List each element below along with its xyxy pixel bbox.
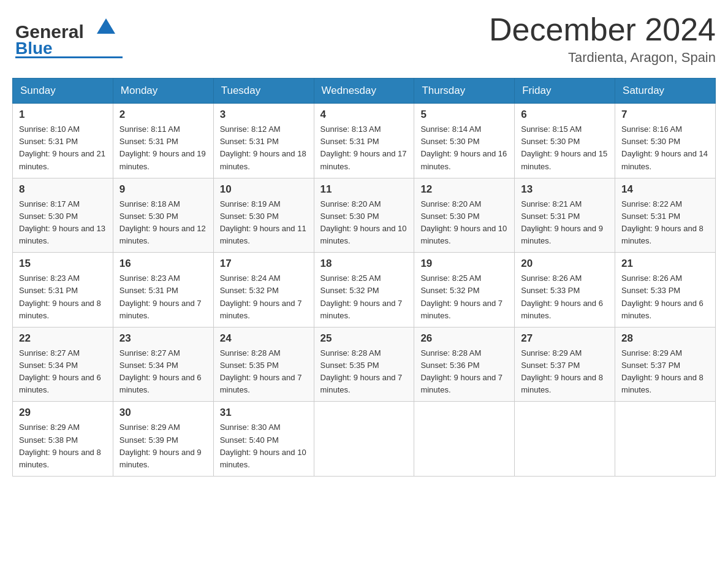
day-info: Sunrise: 8:27 AM Sunset: 5:34 PM Dayligh… [19, 347, 107, 397]
calendar-cell: 16 Sunrise: 8:23 AM Sunset: 5:31 PM Dayl… [113, 253, 213, 327]
calendar-week-row: 15 Sunrise: 8:23 AM Sunset: 5:31 PM Dayl… [13, 253, 716, 327]
day-info: Sunrise: 8:13 AM Sunset: 5:31 PM Dayligh… [320, 123, 408, 173]
day-info: Sunrise: 8:15 AM Sunset: 5:30 PM Dayligh… [521, 123, 609, 173]
day-info: Sunrise: 8:25 AM Sunset: 5:32 PM Dayligh… [420, 272, 508, 322]
day-number: 23 [119, 332, 207, 345]
calendar-cell: 23 Sunrise: 8:27 AM Sunset: 5:34 PM Dayl… [113, 327, 213, 402]
daylight-text: Daylight: 9 hours and 21 minutes. [19, 149, 105, 170]
sunset-text: Sunset: 5:30 PM [320, 212, 379, 221]
sunrise-text: Sunrise: 8:17 AM [19, 199, 80, 209]
calendar-table: SundayMondayTuesdayWednesdayThursdayFrid… [12, 78, 716, 477]
calendar-week-row: 8 Sunrise: 8:17 AM Sunset: 5:30 PM Dayli… [13, 178, 716, 253]
calendar-cell: 28 Sunrise: 8:29 AM Sunset: 5:37 PM Dayl… [615, 327, 716, 402]
sunset-text: Sunset: 5:30 PM [420, 212, 479, 221]
calendar-cell: 29 Sunrise: 8:29 AM Sunset: 5:38 PM Dayl… [13, 402, 113, 477]
sunset-text: Sunset: 5:30 PM [621, 137, 680, 146]
daylight-text: Daylight: 9 hours and 10 minutes. [220, 448, 306, 469]
daylight-text: Daylight: 9 hours and 16 minutes. [420, 149, 507, 170]
day-number: 3 [220, 109, 308, 121]
daylight-text: Daylight: 9 hours and 17 minutes. [320, 149, 407, 170]
calendar-cell: 14 Sunrise: 8:22 AM Sunset: 5:31 PM Dayl… [615, 178, 716, 253]
calendar-cell: 5 Sunrise: 8:14 AM Sunset: 5:30 PM Dayli… [414, 104, 515, 178]
page-header: General Blue December 2024 Tardienta, Ar… [12, 12, 716, 66]
day-info: Sunrise: 8:20 AM Sunset: 5:30 PM Dayligh… [320, 198, 408, 248]
sunrise-text: Sunrise: 8:24 AM [220, 274, 281, 283]
day-info: Sunrise: 8:25 AM Sunset: 5:32 PM Dayligh… [320, 272, 408, 322]
day-info: Sunrise: 8:24 AM Sunset: 5:32 PM Dayligh… [220, 272, 308, 322]
day-info: Sunrise: 8:18 AM Sunset: 5:30 PM Dayligh… [119, 198, 207, 248]
daylight-text: Daylight: 9 hours and 7 minutes. [320, 373, 403, 394]
daylight-text: Daylight: 9 hours and 6 minutes. [621, 299, 703, 320]
sunset-text: Sunset: 5:32 PM [420, 286, 479, 295]
calendar-week-row: 22 Sunrise: 8:27 AM Sunset: 5:34 PM Dayl… [13, 327, 716, 402]
calendar-cell [515, 402, 615, 477]
day-number: 16 [119, 258, 207, 270]
sunset-text: Sunset: 5:30 PM [19, 212, 78, 221]
sunset-text: Sunset: 5:35 PM [320, 361, 379, 370]
day-header-friday: Friday [515, 79, 615, 104]
calendar-cell: 17 Sunrise: 8:24 AM Sunset: 5:32 PM Dayl… [213, 253, 314, 327]
sunset-text: Sunset: 5:37 PM [621, 361, 680, 370]
sunset-text: Sunset: 5:34 PM [119, 361, 178, 370]
sunset-text: Sunset: 5:34 PM [19, 361, 78, 370]
sunset-text: Sunset: 5:31 PM [19, 286, 78, 295]
calendar-cell: 25 Sunrise: 8:28 AM Sunset: 5:35 PM Dayl… [314, 327, 414, 402]
calendar-cell: 18 Sunrise: 8:25 AM Sunset: 5:32 PM Dayl… [314, 253, 414, 327]
sunrise-text: Sunrise: 8:25 AM [420, 274, 481, 283]
location-title: Tardienta, Aragon, Spain [489, 50, 716, 66]
daylight-text: Daylight: 9 hours and 14 minutes. [621, 149, 708, 170]
sunset-text: Sunset: 5:35 PM [220, 361, 279, 370]
day-number: 13 [521, 183, 609, 196]
daylight-text: Daylight: 9 hours and 9 minutes. [521, 224, 603, 245]
daylight-text: Daylight: 9 hours and 7 minutes. [119, 299, 202, 320]
daylight-text: Daylight: 9 hours and 7 minutes. [420, 299, 502, 320]
day-info: Sunrise: 8:20 AM Sunset: 5:30 PM Dayligh… [420, 198, 508, 248]
sunrise-text: Sunrise: 8:28 AM [420, 348, 481, 358]
day-info: Sunrise: 8:28 AM Sunset: 5:36 PM Dayligh… [420, 347, 508, 397]
daylight-text: Daylight: 9 hours and 18 minutes. [220, 149, 306, 170]
day-number: 21 [621, 258, 709, 270]
day-info: Sunrise: 8:22 AM Sunset: 5:31 PM Dayligh… [621, 198, 709, 248]
sunset-text: Sunset: 5:38 PM [19, 435, 78, 445]
day-number: 7 [621, 109, 709, 121]
daylight-text: Daylight: 9 hours and 10 minutes. [320, 224, 407, 245]
sunrise-text: Sunrise: 8:20 AM [320, 199, 381, 209]
sunrise-text: Sunrise: 8:25 AM [320, 274, 381, 283]
day-info: Sunrise: 8:23 AM Sunset: 5:31 PM Dayligh… [119, 272, 207, 322]
day-number: 9 [119, 183, 207, 196]
day-info: Sunrise: 8:11 AM Sunset: 5:31 PM Dayligh… [119, 123, 207, 173]
sunrise-text: Sunrise: 8:21 AM [521, 199, 582, 209]
calendar-cell: 8 Sunrise: 8:17 AM Sunset: 5:30 PM Dayli… [13, 178, 113, 253]
day-info: Sunrise: 8:27 AM Sunset: 5:34 PM Dayligh… [119, 347, 207, 397]
day-info: Sunrise: 8:28 AM Sunset: 5:35 PM Dayligh… [220, 347, 308, 397]
day-number: 5 [420, 109, 508, 121]
day-info: Sunrise: 8:16 AM Sunset: 5:30 PM Dayligh… [621, 123, 709, 173]
calendar-week-row: 1 Sunrise: 8:10 AM Sunset: 5:31 PM Dayli… [13, 104, 716, 178]
day-info: Sunrise: 8:26 AM Sunset: 5:33 PM Dayligh… [621, 272, 709, 322]
sunrise-text: Sunrise: 8:26 AM [521, 274, 582, 283]
day-info: Sunrise: 8:12 AM Sunset: 5:31 PM Dayligh… [220, 123, 308, 173]
daylight-text: Daylight: 9 hours and 11 minutes. [220, 224, 306, 245]
sunrise-text: Sunrise: 8:11 AM [119, 124, 180, 134]
day-header-monday: Monday [113, 79, 213, 104]
daylight-text: Daylight: 9 hours and 6 minutes. [521, 299, 603, 320]
daylight-text: Daylight: 9 hours and 10 minutes. [420, 224, 507, 245]
day-number: 31 [220, 407, 308, 419]
day-info: Sunrise: 8:29 AM Sunset: 5:38 PM Dayligh… [19, 421, 107, 471]
day-number: 19 [420, 258, 508, 270]
day-number: 22 [19, 332, 107, 345]
calendar-cell [314, 402, 414, 477]
sunset-text: Sunset: 5:30 PM [119, 212, 178, 221]
day-number: 11 [320, 183, 408, 196]
svg-text:Blue: Blue [15, 39, 53, 58]
sunset-text: Sunset: 5:30 PM [521, 137, 580, 146]
sunrise-text: Sunrise: 8:23 AM [119, 274, 180, 283]
sunrise-text: Sunrise: 8:23 AM [19, 274, 80, 283]
daylight-text: Daylight: 9 hours and 15 minutes. [521, 149, 607, 170]
sunrise-text: Sunrise: 8:22 AM [621, 199, 682, 209]
sunset-text: Sunset: 5:31 PM [19, 137, 78, 146]
day-info: Sunrise: 8:17 AM Sunset: 5:30 PM Dayligh… [19, 198, 107, 248]
calendar-header-row: SundayMondayTuesdayWednesdayThursdayFrid… [13, 79, 716, 104]
daylight-text: Daylight: 9 hours and 8 minutes. [621, 224, 703, 245]
day-header-thursday: Thursday [414, 79, 515, 104]
